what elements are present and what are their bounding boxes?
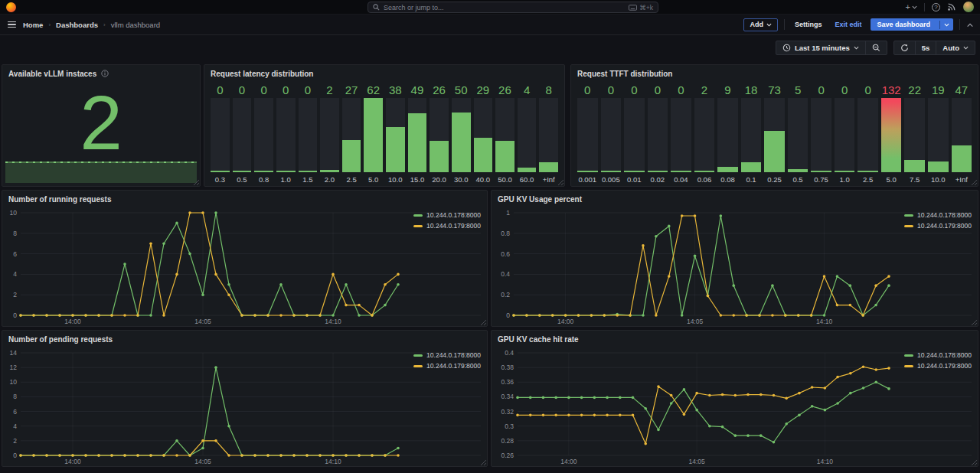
refresh-button[interactable] xyxy=(894,41,915,54)
svg-text:0.8: 0.8 xyxy=(501,230,510,237)
panel-running-requests[interactable]: Number of running requests 024681014:001… xyxy=(2,190,488,327)
bar-value: 26 xyxy=(430,82,449,98)
legend-item[interactable]: 10.244.0.179:8000 xyxy=(904,222,972,230)
search-input[interactable]: Search or jump to... ⌘+k xyxy=(368,2,658,13)
bar-cell[interactable]: 00.3 xyxy=(211,82,230,184)
bar-cell[interactable]: 00.75 xyxy=(811,82,831,184)
zoom-out-button[interactable] xyxy=(866,41,887,54)
help-icon[interactable]: ? xyxy=(932,3,940,11)
panel-title: Number of running requests xyxy=(8,195,111,204)
bar-cell[interactable]: 22.0 xyxy=(320,82,339,184)
chevron-down-icon xyxy=(854,46,859,50)
bar-gauge-ttft: 00.00100.00500.0100.0200.0420.0690.08180… xyxy=(571,82,978,186)
bar-cell[interactable]: 50.5 xyxy=(788,82,808,184)
bar-cell[interactable]: 8+Inf xyxy=(539,82,558,184)
settings-button[interactable]: Settings xyxy=(791,19,826,31)
bar-cell[interactable]: 20.06 xyxy=(694,82,715,184)
collapse-top-icon[interactable] xyxy=(966,22,974,28)
bar-cell[interactable]: 02.5 xyxy=(858,82,878,184)
grafana-logo[interactable] xyxy=(6,2,16,12)
bar-fill xyxy=(764,131,785,172)
add-menu-button[interactable]: + xyxy=(906,3,917,11)
breadcrumb-home[interactable]: Home xyxy=(23,21,43,29)
bar-cell[interactable]: 01.0 xyxy=(276,82,296,184)
divider xyxy=(924,3,925,11)
bar-cell[interactable]: 90.08 xyxy=(717,82,738,184)
legend-item[interactable]: 10.244.0.178:8000 xyxy=(413,351,481,359)
svg-text:0.4: 0.4 xyxy=(501,270,510,278)
legend-item[interactable]: 10.244.0.179:8000 xyxy=(413,362,481,370)
auto-refresh-picker[interactable]: Auto xyxy=(936,41,975,54)
bar-bucket-label: 1.5 xyxy=(299,172,318,184)
bar-bucket-label: 0.1 xyxy=(741,172,762,184)
stat-sparkline xyxy=(5,161,197,183)
bar-fill xyxy=(928,161,949,172)
refresh-interval[interactable]: 5s xyxy=(916,41,936,54)
bar-track xyxy=(671,98,691,172)
info-icon[interactable] xyxy=(101,70,109,77)
panel-pending-requests[interactable]: Number of pending requests 0246810121414… xyxy=(2,330,488,467)
legend-item[interactable]: 10.244.0.178:8000 xyxy=(904,351,972,359)
time-range-picker[interactable]: Last 15 minutes xyxy=(776,41,865,54)
user-avatar[interactable] xyxy=(963,2,974,12)
panel-request-latency[interactable]: Request latency distribution 00.300.500.… xyxy=(204,64,565,187)
bar-cell[interactable]: 01.5 xyxy=(299,82,318,184)
menu-icon[interactable] xyxy=(6,20,18,30)
bar-cell[interactable]: 730.25 xyxy=(764,82,785,184)
bar-cell[interactable]: 2940.0 xyxy=(474,82,493,184)
bar-value: 22 xyxy=(904,82,925,98)
bar-cell[interactable]: 00.001 xyxy=(577,82,598,184)
chevron-down-icon xyxy=(944,23,949,27)
bar-cell[interactable]: 47+Inf xyxy=(952,82,972,184)
bar-track xyxy=(694,98,715,172)
bar-value: 73 xyxy=(764,82,785,98)
panel-request-ttft[interactable]: Request TTFT distribution 00.00100.00500… xyxy=(570,64,978,187)
bar-cell[interactable]: 3810.0 xyxy=(386,82,405,184)
legend-swatch xyxy=(904,225,913,227)
chart-running-requests: 024681014:0014:0514:1010.244.0.178:80001… xyxy=(2,207,487,326)
bar-cell[interactable]: 00.005 xyxy=(601,82,622,184)
news-icon[interactable] xyxy=(947,2,956,11)
legend-item[interactable]: 10.244.0.178:8000 xyxy=(904,211,972,219)
svg-text:4: 4 xyxy=(13,270,17,278)
bar-bucket-label: 0.02 xyxy=(648,172,668,184)
bar-fill xyxy=(717,167,738,172)
bar-cell[interactable]: 00.5 xyxy=(233,82,252,184)
bar-cell[interactable]: 5030.0 xyxy=(452,82,471,184)
bar-cell[interactable]: 1910.0 xyxy=(928,82,949,184)
exit-edit-button[interactable]: Exit edit xyxy=(831,19,864,31)
legend-item[interactable]: 10.244.0.178:8000 xyxy=(413,211,481,219)
bar-cell[interactable]: 4915.0 xyxy=(408,82,427,184)
bar-cell[interactable]: 1325.0 xyxy=(881,82,902,184)
bar-cell[interactable]: 00.02 xyxy=(648,82,668,184)
panel-gpu-kv-usage[interactable]: GPU KV Usage percent 00.20.40.60.8114:00… xyxy=(491,190,978,327)
bar-bucket-label: 0.5 xyxy=(233,172,252,184)
bar-cell[interactable]: 00.8 xyxy=(254,82,273,184)
bar-cell[interactable]: 00.04 xyxy=(671,82,691,184)
bar-cell[interactable]: 2650.0 xyxy=(495,82,514,184)
bar-cell[interactable]: 625.0 xyxy=(364,82,383,184)
bar-cell[interactable]: 180.1 xyxy=(741,82,762,184)
bar-cell[interactable]: 272.5 xyxy=(342,82,361,184)
legend-item[interactable]: 10.244.0.179:8000 xyxy=(413,222,481,230)
legend-item[interactable]: 10.244.0.179:8000 xyxy=(904,362,972,370)
bar-fill xyxy=(299,171,318,172)
bar-cell[interactable]: 460.0 xyxy=(518,82,537,184)
search-icon xyxy=(373,4,380,11)
panel-kv-cache-hit-rate[interactable]: GPU KV cache hit rate 0.260.280.30.320.3… xyxy=(491,330,978,467)
add-button[interactable]: Add xyxy=(743,18,778,31)
bar-cell[interactable]: 00.01 xyxy=(624,82,645,184)
bar-fill xyxy=(577,171,598,172)
breadcrumb-separator: › xyxy=(48,21,51,28)
save-dashboard-button[interactable]: Save dashboard xyxy=(871,18,953,31)
bar-cell[interactable]: 227.5 xyxy=(904,82,925,184)
save-options-caret[interactable] xyxy=(939,21,953,29)
bar-cell[interactable]: 01.0 xyxy=(835,82,855,184)
bar-value: 0 xyxy=(624,82,645,98)
legend-swatch xyxy=(904,354,913,357)
bar-cell[interactable]: 2620.0 xyxy=(430,82,449,184)
panel-available-instances[interactable]: Available vLLM instaces 2 xyxy=(2,64,201,187)
breadcrumb-dashboards[interactable]: Dashboards xyxy=(56,21,98,29)
svg-text:14: 14 xyxy=(10,349,18,357)
svg-text:0.32: 0.32 xyxy=(501,408,514,416)
